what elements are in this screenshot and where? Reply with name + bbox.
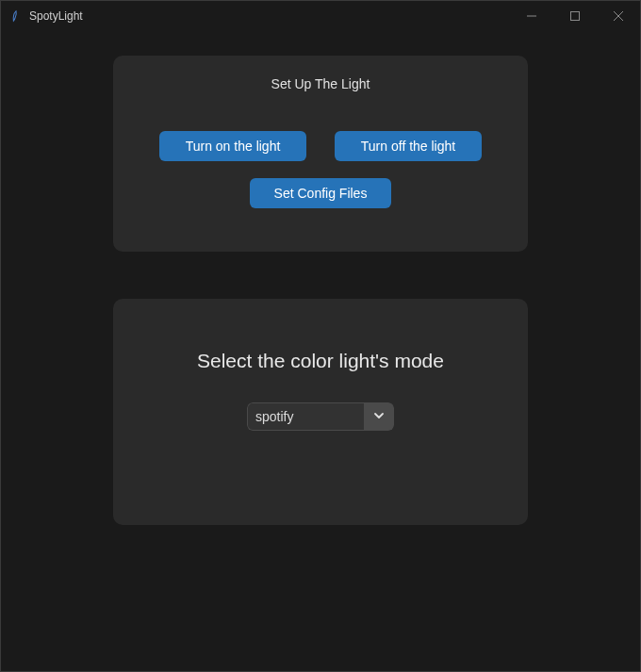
- content-area: Set Up The Light Turn on the light Turn …: [1, 31, 640, 525]
- setup-button-row: Turn on the light Turn off the light: [132, 131, 509, 161]
- set-config-files-button[interactable]: Set Config Files: [250, 178, 391, 208]
- window-controls: [510, 1, 640, 30]
- chevron-down-icon: [373, 408, 385, 425]
- mode-dropdown-value: spotify: [247, 402, 364, 431]
- window-title: SpotyLight: [29, 9, 510, 23]
- maximize-button[interactable]: [553, 1, 597, 31]
- app-icon: [8, 8, 24, 24]
- mode-dropdown-button[interactable]: [364, 402, 394, 431]
- titlebar: SpotyLight: [1, 1, 640, 31]
- minimize-button[interactable]: [510, 1, 553, 31]
- mode-panel-title: Select the color light's mode: [132, 350, 509, 372]
- mode-panel: Select the color light's mode spotify: [113, 299, 528, 525]
- mode-dropdown[interactable]: spotify: [247, 402, 394, 431]
- mode-dropdown-row: spotify: [132, 402, 509, 431]
- close-button[interactable]: [597, 1, 640, 31]
- setup-button-row-2: Set Config Files: [132, 178, 509, 208]
- setup-panel: Set Up The Light Turn on the light Turn …: [113, 56, 528, 252]
- svg-rect-1: [571, 11, 580, 20]
- turn-off-light-button[interactable]: Turn off the light: [335, 131, 482, 161]
- setup-panel-title: Set Up The Light: [132, 76, 509, 91]
- turn-on-light-button[interactable]: Turn on the light: [159, 131, 306, 161]
